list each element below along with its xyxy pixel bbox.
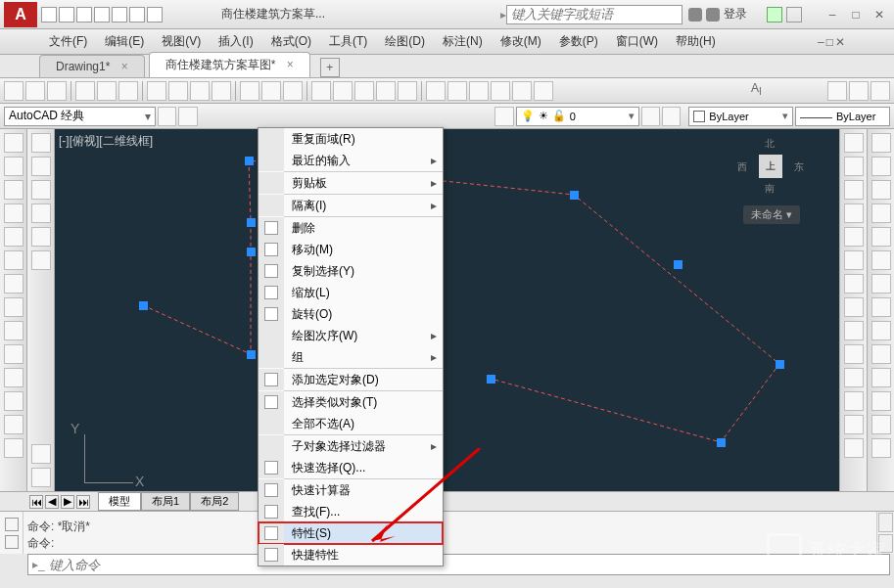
tab-current[interactable]: 商住楼建筑方案草图* × — [149, 52, 310, 77]
command-history[interactable]: 命令: *取消* 命令: — [24, 512, 876, 554]
tab-drawing1[interactable]: Drawing1* × — [39, 55, 145, 77]
undo-icon[interactable] — [261, 81, 281, 101]
ucs-name-dropdown[interactable]: 未命名 ▾ — [743, 205, 800, 224]
offset-icon[interactable] — [844, 204, 864, 223]
menu-modify[interactable]: 修改(M) — [500, 33, 541, 50]
circle-icon[interactable] — [4, 274, 24, 294]
drawing-canvas[interactable]: [-][俯视][二维线框] Y X 北 南 西 东 — [55, 129, 839, 491]
color-combo[interactable]: ByLayer ▾ — [688, 107, 793, 126]
open-icon[interactable] — [25, 81, 45, 101]
table-icon[interactable] — [31, 204, 51, 223]
ellipse-arc-icon[interactable] — [4, 368, 24, 387]
menu-item[interactable]: 移动(M) — [259, 239, 443, 260]
stretch-icon[interactable] — [844, 321, 864, 340]
textstyle-control[interactable]: AI — [747, 81, 825, 101]
layer-combo[interactable]: 💡 ☀ 🔓 0 ▾ — [516, 107, 639, 126]
menu-item[interactable]: 旋转(O) — [259, 303, 443, 325]
menu-item[interactable]: 最近的输入▸ — [259, 150, 443, 171]
copy-icon[interactable] — [168, 81, 188, 101]
last-icon[interactable]: ⏭ — [76, 495, 90, 509]
command-input[interactable] — [49, 558, 885, 572]
area-icon[interactable] — [871, 204, 891, 223]
mdi-restore-button[interactable]: □ — [826, 35, 833, 49]
undo-icon[interactable] — [129, 7, 145, 23]
clean-screen-icon[interactable] — [31, 468, 51, 487]
layer-manager-icon[interactable] — [662, 107, 681, 126]
menu-file[interactable]: 文件(F) — [49, 33, 87, 50]
menu-item[interactable]: 快速计算器 — [259, 479, 443, 501]
chevron-icon[interactable]: ▸_ — [32, 558, 45, 571]
search-input[interactable] — [506, 5, 682, 24]
workspace-settings-icon[interactable] — [158, 107, 176, 126]
ellipse-icon[interactable] — [4, 344, 24, 364]
menu-help[interactable]: 帮助(H) — [676, 33, 716, 50]
copy-obj-icon[interactable] — [844, 157, 864, 176]
explode-icon[interactable] — [871, 157, 891, 176]
tool5-icon[interactable] — [871, 415, 891, 434]
menu-item[interactable]: 复制选择(Y) — [259, 260, 443, 282]
massprops-icon[interactable] — [871, 297, 891, 317]
table-icon[interactable] — [870, 81, 890, 101]
menu-dimension[interactable]: 标注(N) — [443, 33, 483, 50]
menu-item[interactable]: 子对象选择过滤器▸ — [259, 435, 443, 457]
exchange-icon[interactable] — [767, 7, 782, 23]
layout-tab-layout1[interactable]: 布局1 — [141, 492, 190, 511]
tool6-icon[interactable] — [871, 438, 891, 458]
menu-draw[interactable]: 绘图(D) — [385, 33, 425, 50]
open-icon[interactable] — [59, 7, 74, 23]
scroll-up-icon[interactable] — [878, 513, 893, 532]
workspace-gear-icon[interactable] — [178, 107, 197, 126]
text-icon[interactable] — [827, 81, 847, 101]
distance-icon[interactable] — [871, 180, 891, 200]
minimize-button[interactable]: – — [822, 7, 843, 23]
layer-states-icon[interactable] — [641, 107, 660, 126]
login-button[interactable]: 登录 — [688, 6, 747, 23]
extend-icon[interactable] — [844, 368, 864, 387]
menu-tools[interactable]: 工具(T) — [329, 33, 367, 50]
rotate-icon[interactable] — [844, 274, 864, 294]
properties-icon[interactable] — [426, 81, 446, 101]
prev-icon[interactable]: ◀ — [45, 495, 59, 509]
spline-icon[interactable] — [4, 321, 24, 340]
tool3-icon[interactable] — [871, 368, 891, 387]
redo-icon[interactable] — [147, 7, 163, 23]
new-icon[interactable] — [41, 7, 57, 23]
scale-icon[interactable] — [844, 297, 864, 317]
new-icon[interactable] — [4, 81, 24, 101]
pan-icon[interactable] — [311, 81, 331, 101]
layer-prev-icon[interactable] — [494, 107, 513, 126]
viewcube-face[interactable]: 上 — [759, 155, 782, 178]
menu-item[interactable]: 删除 — [259, 217, 443, 239]
close-icon[interactable]: × — [287, 58, 294, 71]
mirror-icon[interactable] — [844, 180, 864, 200]
mtext-icon[interactable] — [31, 227, 51, 247]
polyline-icon[interactable] — [4, 180, 24, 200]
menu-item[interactable]: 组▸ — [259, 346, 443, 368]
design-center-icon[interactable] — [447, 81, 467, 101]
menu-item[interactable]: 特性(S) — [259, 522, 443, 544]
close-cmd-icon[interactable] — [5, 535, 19, 549]
command-line-handle[interactable] — [0, 512, 24, 554]
calculator-icon[interactable] — [534, 81, 553, 101]
print-icon[interactable] — [75, 81, 95, 101]
locate-icon[interactable] — [871, 274, 891, 294]
next-icon[interactable]: ▶ — [61, 495, 74, 509]
array-icon[interactable] — [844, 227, 864, 247]
menu-item[interactable]: 重复面域(R) — [259, 128, 443, 150]
gradient-icon[interactable] — [31, 157, 51, 176]
view-cube[interactable]: 北 南 西 东 上 — [741, 137, 800, 196]
tool-palettes-icon[interactable] — [469, 81, 489, 101]
menu-item[interactable]: 添加选定对象(D) — [259, 369, 443, 390]
hatch-icon[interactable] — [31, 133, 51, 153]
break-icon[interactable] — [844, 391, 864, 411]
preview-icon[interactable] — [97, 81, 117, 101]
markup-icon[interactable] — [512, 81, 532, 101]
block-icon[interactable] — [240, 81, 259, 101]
zoom-realtime-icon[interactable] — [333, 81, 353, 101]
save-icon[interactable] — [47, 81, 67, 101]
insert-block-icon[interactable] — [4, 391, 24, 411]
trim-icon[interactable] — [844, 344, 864, 364]
print-icon[interactable] — [112, 7, 127, 23]
zoom-window-icon[interactable] — [354, 81, 374, 101]
construction-line-icon[interactable] — [4, 157, 24, 176]
